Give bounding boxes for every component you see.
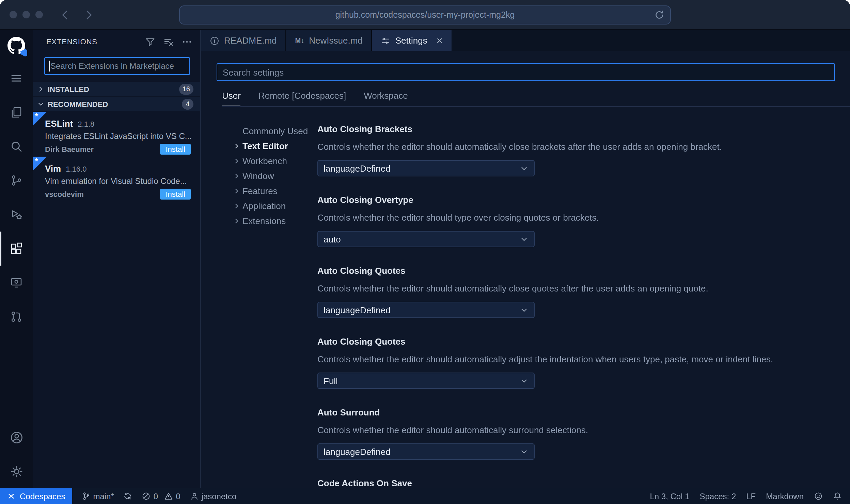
toc-application[interactable]: Application — [233, 198, 317, 213]
scope-tab-remote[interactable]: Remote [Codespaces] — [258, 91, 346, 106]
branch-indicator[interactable]: main* — [81, 491, 114, 501]
back-icon[interactable] — [59, 9, 72, 21]
chevron-down-icon — [520, 376, 529, 385]
sync-icon — [124, 492, 132, 501]
setting-select[interactable]: languageDefined — [317, 302, 535, 318]
extension-list-item-eslint[interactable]: ★ ESLint 2.1.8 Integrates ESLint JavaScr… — [33, 112, 200, 157]
setting-select[interactable]: languageDefined — [317, 160, 535, 176]
codespaces-remote-indicator[interactable]: Codespaces — [0, 488, 72, 504]
recommended-count-badge: 4 — [182, 98, 193, 109]
error-count: 0 — [154, 491, 158, 501]
chevron-right-icon — [233, 157, 242, 164]
branch-icon — [81, 492, 90, 501]
cursor-position[interactable]: Ln 3, Col 1 — [650, 491, 689, 501]
user-indicator[interactable]: jasonetco — [190, 491, 237, 501]
source-control-icon[interactable] — [0, 163, 33, 198]
warning-icon — [164, 492, 173, 501]
search-icon[interactable] — [0, 129, 33, 163]
chevron-down-icon — [520, 235, 529, 243]
tab-label: NewIssue.md — [309, 35, 363, 46]
close-window-button[interactable] — [10, 11, 17, 18]
extension-list-item-vim[interactable]: ★ Vim 1.16.0 Vim emulation for Visual St… — [33, 157, 200, 202]
setting-title: Code Actions On Save — [317, 477, 835, 488]
section-label: INSTALLED — [48, 85, 89, 93]
chevron-right-icon — [233, 172, 242, 179]
toc-commonly-used[interactable]: Commonly Used — [233, 123, 317, 138]
install-button[interactable]: Install — [160, 144, 191, 155]
installed-section-header[interactable]: INSTALLED 16 — [33, 82, 200, 96]
extensions-search-input[interactable] — [44, 57, 190, 75]
refresh-icon[interactable] — [655, 10, 664, 20]
menu-icon[interactable] — [0, 61, 33, 95]
browser-chrome: github.com/codespaces/user-my-project-mg… — [0, 0, 850, 30]
workbench: EXTENSIONS — [0, 30, 850, 488]
eol-indicator[interactable]: LF — [746, 491, 756, 501]
feedback-icon[interactable] — [814, 492, 823, 501]
settings-gear-icon[interactable] — [0, 454, 33, 488]
chevron-right-icon — [233, 187, 242, 194]
settings-search-input[interactable] — [217, 63, 835, 81]
pull-request-icon[interactable] — [0, 300, 33, 334]
setting-item: Auto Closing Overtype Controls whether t… — [317, 194, 835, 247]
more-actions-icon[interactable] — [182, 36, 192, 47]
notifications-bell-icon[interactable] — [833, 492, 842, 501]
section-label: RECOMMENDED — [48, 100, 108, 108]
setting-description: Controls whether the editor should autom… — [317, 283, 801, 295]
setting-item: Auto Closing Brackets Controls whether t… — [317, 123, 835, 176]
tab-newissue[interactable]: M↓ NewIssue.md — [286, 30, 372, 51]
account-icon[interactable] — [0, 420, 33, 454]
tab-settings[interactable]: Settings ✕ — [372, 30, 453, 51]
address-bar[interactable]: github.com/codespaces/user-my-project-mg… — [179, 5, 671, 25]
setting-title: Auto Closing Quotes — [317, 336, 835, 348]
extension-name: Vim — [45, 163, 61, 174]
toc-features[interactable]: Features — [233, 183, 317, 198]
settings-list: Auto Closing Brackets Controls whether t… — [317, 123, 850, 488]
text-cursor — [49, 61, 50, 72]
chevron-right-icon — [233, 142, 242, 149]
activity-bar — [0, 30, 33, 488]
chevron-down-icon — [520, 447, 529, 456]
setting-title: Auto Closing Quotes — [317, 265, 835, 277]
scope-tab-user[interactable]: User — [222, 91, 241, 106]
minimize-window-button[interactable] — [22, 11, 30, 18]
forward-icon[interactable] — [82, 9, 95, 21]
close-icon[interactable]: ✕ — [436, 36, 443, 45]
scope-tab-workspace[interactable]: Workspace — [364, 91, 408, 106]
editor-tab-bar: README.md M↓ NewIssue.md Settings ✕ — [201, 30, 850, 51]
setting-description: Controls whether the editor should autom… — [317, 353, 801, 366]
maximize-window-button[interactable] — [35, 11, 43, 18]
setting-title: Auto Surround — [317, 407, 835, 419]
warning-count: 0 — [176, 491, 180, 501]
person-icon — [190, 492, 199, 501]
window-controls[interactable] — [10, 11, 43, 18]
toc-workbench[interactable]: Workbench — [233, 153, 317, 168]
settings-scope-tabs: User Remote [Codespaces] Workspace — [222, 91, 850, 107]
extension-version: 1.16.0 — [66, 165, 86, 173]
recommended-star-icon: ★ — [33, 157, 47, 171]
extension-description: Integrates ESLint JavaScript into VS C..… — [45, 131, 191, 141]
toc-window[interactable]: Window — [233, 168, 317, 183]
toc-extensions[interactable]: Extensions — [233, 213, 317, 228]
remote-explorer-icon[interactable] — [0, 266, 33, 300]
install-button[interactable]: Install — [160, 189, 191, 200]
recommended-section-header[interactable]: RECOMMENDED 4 — [33, 97, 200, 111]
address-bar-url: github.com/codespaces/user-my-project-mg… — [335, 10, 515, 20]
status-bar: Codespaces main* 0 — [0, 488, 850, 504]
filter-icon[interactable] — [145, 36, 155, 47]
extension-version: 2.1.8 — [78, 120, 94, 128]
extensions-icon[interactable] — [0, 232, 33, 266]
tab-readme[interactable]: README.md — [201, 30, 286, 51]
problems-indicator[interactable]: 0 0 — [142, 491, 180, 501]
github-logo-icon[interactable] — [0, 30, 33, 61]
clear-filter-icon[interactable] — [163, 36, 174, 47]
explorer-icon[interactable] — [0, 95, 33, 129]
setting-select[interactable]: auto — [317, 231, 535, 247]
setting-select[interactable]: languageDefined — [317, 443, 535, 460]
chevron-right-icon — [37, 85, 45, 93]
sync-indicator[interactable] — [124, 492, 132, 501]
language-mode[interactable]: Markdown — [766, 491, 804, 501]
setting-select[interactable]: Full — [317, 373, 535, 389]
indentation[interactable]: Spaces: 2 — [700, 491, 736, 501]
toc-text-editor[interactable]: Text Editor — [233, 138, 317, 153]
run-debug-icon[interactable] — [0, 198, 33, 232]
